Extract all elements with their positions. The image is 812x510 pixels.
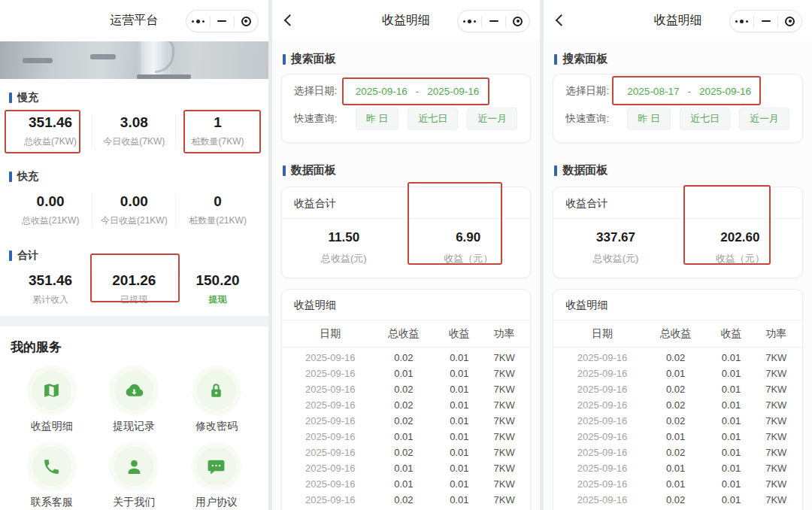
table-cell: 0.01 (645, 478, 707, 490)
table-cell: 0.01 (373, 368, 435, 379)
stat-label: 桩数量(21KW) (176, 214, 259, 227)
minimize-icon[interactable] (482, 11, 505, 32)
table-cell: 0.01 (435, 447, 484, 458)
table-cell: 2025-09-16 (288, 431, 373, 442)
more-icon[interactable] (730, 11, 753, 32)
table-cell: 2025-09-16 (288, 478, 373, 490)
table-cell: 0.02 (373, 447, 435, 458)
quick-query-buttons: 昨 日近七日近一月 (356, 108, 518, 130)
section-title: 数据面板 (562, 163, 607, 178)
table-cell: 7KW (756, 431, 796, 442)
service-item[interactable]: 提现记录 (93, 362, 176, 438)
chat-icon (197, 447, 236, 486)
table-cell: 7KW (484, 463, 524, 474)
summary-title: 收益合计 (282, 197, 531, 211)
minimize-icon[interactable] (754, 11, 777, 32)
close-icon[interactable] (506, 11, 529, 32)
section-bar (554, 165, 557, 176)
date-start[interactable]: 2025-09-16 (356, 86, 408, 97)
stat-label: 累计收入 (9, 293, 92, 306)
more-icon[interactable] (458, 11, 481, 32)
minimize-icon[interactable] (211, 11, 234, 32)
service-item[interactable]: 收益明细 (11, 362, 93, 438)
quick-query-button[interactable]: 昨 日 (356, 108, 399, 130)
table-cell: 2025-09-16 (288, 352, 373, 363)
close-icon[interactable] (235, 11, 258, 32)
more-icon[interactable] (186, 11, 210, 32)
navbar-detail: 收益明细 (272, 0, 541, 41)
withdraw-link[interactable]: 提现 (176, 293, 259, 306)
table-cell: 0.01 (435, 415, 484, 427)
table-row: 2025-09-160.020.017KW (282, 413, 531, 429)
date-range-picker[interactable]: 2025-08-17 - 2025-09-16 (627, 86, 751, 97)
date-end[interactable]: 2025-09-16 (427, 86, 479, 97)
table-cell: 7KW (756, 478, 796, 490)
panel-revenue-detail-day: 收益明细 搜索面板 选择日期: 2025-09-16 - 2025-09-16 (272, 0, 541, 510)
table-body: 2025-09-160.020.017KW2025-09-160.010.017… (282, 348, 531, 510)
table-cell: 7KW (756, 352, 796, 363)
service-item[interactable]: 联系客服 (11, 438, 93, 510)
table-row: 2025-09-160.010.017KW (282, 460, 531, 476)
date-end[interactable]: 2025-09-16 (699, 86, 751, 97)
total-stats: 351.46累计收入201.26已提现150.20提现 (9, 266, 259, 316)
table-title: 收益明细 (282, 299, 531, 312)
map-icon (32, 371, 71, 410)
back-icon[interactable] (556, 14, 568, 26)
section-title: 慢充 (17, 91, 38, 105)
service-item[interactable]: 关于我们 (93, 438, 176, 510)
charging-station-photo (0, 41, 268, 79)
service-item[interactable]: 修改密码 (175, 362, 258, 438)
table-cell: 2025-09-16 (559, 415, 644, 427)
quick-query-button[interactable]: 近一月 (739, 108, 789, 130)
table-cell: 2025-09-16 (288, 368, 373, 379)
stat-label: 今日收益(21KW) (92, 214, 175, 227)
table-cell: 0.01 (435, 368, 484, 379)
table-cell: 7KW (484, 384, 524, 395)
column-header: 日期 (288, 327, 373, 341)
section-title: 搜索面板 (562, 52, 607, 66)
search-card: 选择日期: 2025-08-17 - 2025-09-16 快速查询: 昨 日近… (553, 74, 803, 143)
table-header-row: 日期总收益收益功率 (553, 320, 802, 348)
section-title: 合计 (17, 249, 38, 263)
column-header: 收益 (435, 327, 484, 341)
section-slow-charge: 慢充 (9, 91, 259, 105)
date-range-picker[interactable]: 2025-09-16 - 2025-09-16 (356, 86, 480, 97)
date-start[interactable]: 2025-08-17 (627, 86, 679, 97)
table-cell: 0.02 (645, 447, 707, 458)
table-row: 2025-09-160.020.017KW (553, 397, 802, 413)
stat-value: 351.46 (9, 114, 92, 131)
total-revenue-stat: 11.50 总收益(元) (282, 230, 406, 266)
table-cell: 0.01 (706, 399, 756, 411)
services-grid: 收益明细提现记录修改密码联系客服关于我们用户协议 (11, 362, 258, 510)
quick-query-button[interactable]: 昨 日 (627, 108, 671, 130)
revenue-table-card: 收益明细 日期总收益收益功率 2025-09-160.020.017KW2025… (553, 289, 803, 510)
quick-query-button[interactable]: 近七日 (680, 108, 730, 130)
section-bar (9, 93, 12, 103)
table-cell: 0.02 (645, 352, 707, 363)
table-row: 2025-09-160.010.017KW (282, 476, 531, 492)
stat-column: 351.46累计收入 (9, 272, 92, 306)
table-cell: 2025-09-16 (288, 399, 373, 411)
wechat-capsule (186, 10, 259, 32)
table-cell: 0.01 (435, 494, 484, 505)
table-cell: 0.02 (373, 352, 435, 363)
close-icon[interactable] (778, 11, 801, 32)
table-cell: 0.01 (435, 352, 484, 363)
stat-value: 11.50 (282, 230, 406, 245)
table-cell: 0.01 (706, 463, 756, 474)
quick-query-button[interactable]: 近七日 (408, 108, 458, 130)
table-cell: 0.01 (645, 463, 707, 474)
revenue-summary-card: 收益合计 11.50 总收益(元) 6.90 收益（元） (281, 187, 532, 278)
table-row: 2025-09-160.020.017KW (282, 445, 531, 460)
date-label: 选择日期: (565, 84, 627, 98)
stat-value: 150.20 (176, 272, 259, 289)
table-row: 2025-09-160.010.017KW (553, 366, 802, 381)
table-cell: 2025-09-16 (559, 352, 644, 363)
table-cell: 7KW (484, 352, 524, 363)
table-cell: 0.01 (706, 447, 756, 458)
service-label: 用户协议 (175, 496, 258, 509)
service-item[interactable]: 用户协议 (175, 438, 258, 510)
back-icon[interactable] (283, 14, 295, 26)
quick-query-button[interactable]: 近一月 (467, 108, 517, 130)
table-cell: 0.02 (373, 494, 435, 505)
